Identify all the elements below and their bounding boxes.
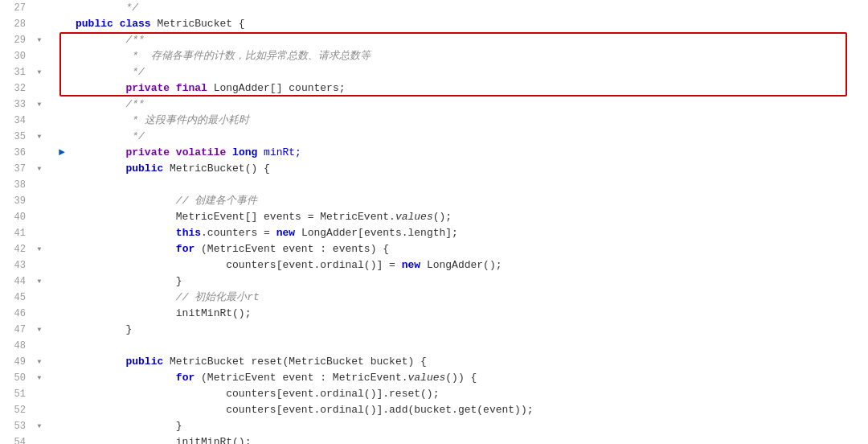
exec-indicator: ► bbox=[55, 145, 69, 161]
line-number: 31 bbox=[0, 64, 34, 80]
code-line-43: 43 counters[event.ordinal()] = new LongA… bbox=[0, 257, 868, 273]
code-line-34: 34 * 这段事件内的最小耗时 bbox=[0, 113, 868, 129]
line-number: 35 bbox=[0, 129, 34, 145]
code-line-44: 44▼ } bbox=[0, 273, 868, 290]
code-line-33: 33▼ /** bbox=[0, 97, 868, 113]
code-text: } bbox=[69, 322, 868, 338]
fold-icon[interactable]: ▼ bbox=[34, 273, 45, 290]
line-number: 36 bbox=[0, 145, 34, 161]
fold-icon[interactable]: ▼ bbox=[34, 129, 45, 145]
code-line-48: 48 bbox=[0, 338, 868, 354]
fold-icon[interactable]: ▼ bbox=[34, 322, 45, 338]
code-line-36: 36► private volatile long minRt; bbox=[0, 145, 868, 161]
code-line-47: 47▼ } bbox=[0, 322, 868, 338]
line-number: 29 bbox=[0, 32, 34, 48]
line-number: 49 bbox=[0, 354, 34, 370]
code-text: */ bbox=[69, 129, 868, 145]
code-line-53: 53▼ } bbox=[0, 418, 868, 434]
line-number: 28 bbox=[0, 16, 34, 32]
line-number: 51 bbox=[0, 386, 34, 402]
line-number: 54 bbox=[0, 434, 34, 444]
code-text: initMinRt(); bbox=[69, 306, 868, 322]
code-line-49: 49▼ public MetricBucket reset(MetricBuck… bbox=[0, 354, 868, 370]
code-text: * 这段事件内的最小耗时 bbox=[69, 113, 868, 129]
code-line-50: 50▼ for (MetricEvent event : MetricEvent… bbox=[0, 370, 868, 386]
line-number: 46 bbox=[0, 306, 34, 322]
code-line-38: 38 bbox=[0, 177, 868, 193]
line-number: 27 bbox=[0, 0, 34, 16]
line-number: 50 bbox=[0, 370, 34, 386]
line-number: 32 bbox=[0, 80, 34, 97]
line-number: 42 bbox=[0, 241, 34, 257]
code-text: counters[event.ordinal()].reset(); bbox=[69, 386, 868, 402]
code-line-30: 30 * 存储各事件的计数，比如异常总数、请求总数等 bbox=[0, 48, 868, 64]
code-text: public MetricBucket reset(MetricBucket b… bbox=[69, 354, 868, 370]
line-number: 41 bbox=[0, 225, 34, 241]
line-number: 39 bbox=[0, 193, 34, 209]
code-text: } bbox=[69, 273, 868, 290]
code-text: */ bbox=[69, 0, 868, 16]
fold-icon[interactable]: ▼ bbox=[34, 32, 45, 48]
code-text: public class MetricBucket { bbox=[69, 16, 868, 32]
code-text: /** bbox=[69, 32, 868, 48]
line-number: 47 bbox=[0, 322, 34, 338]
code-line-54: 54 initMinRt(); bbox=[0, 434, 868, 444]
code-line-51: 51 counters[event.ordinal()].reset(); bbox=[0, 386, 868, 402]
code-line-42: 42▼ for (MetricEvent event : events) { bbox=[0, 241, 868, 257]
code-text: /** bbox=[69, 97, 868, 113]
line-number: 53 bbox=[0, 418, 34, 434]
code-text: for (MetricEvent event : events) { bbox=[69, 241, 868, 257]
code-line-31: 31▼ */ bbox=[0, 64, 868, 80]
line-number: 48 bbox=[0, 338, 34, 354]
code-line-52: 52 counters[event.ordinal()].add(bucket.… bbox=[0, 402, 868, 418]
code-text: // 初始化最小rt bbox=[69, 290, 868, 306]
code-text: this.counters = new LongAdder[events.len… bbox=[69, 225, 868, 241]
code-text: for (MetricEvent event : MetricEvent.val… bbox=[69, 370, 868, 386]
line-number: 52 bbox=[0, 402, 34, 418]
code-text: private final LongAdder[] counters; bbox=[69, 80, 868, 97]
line-number: 45 bbox=[0, 290, 34, 306]
line-number: 34 bbox=[0, 113, 34, 129]
fold-icon[interactable]: ▼ bbox=[34, 97, 45, 113]
code-line-29: 29▼ /** bbox=[0, 32, 868, 48]
code-text: * 存储各事件的计数，比如异常总数、请求总数等 bbox=[69, 48, 868, 64]
fold-icon[interactable]: ▼ bbox=[34, 64, 45, 80]
fold-icon[interactable]: ▼ bbox=[34, 354, 45, 370]
line-number: 30 bbox=[0, 48, 34, 64]
line-number: 43 bbox=[0, 257, 34, 273]
line-number: 37 bbox=[0, 161, 34, 177]
code-text: counters[event.ordinal()].add(bucket.get… bbox=[69, 402, 868, 418]
code-text: MetricEvent[] events = MetricEvent.value… bbox=[69, 209, 868, 225]
code-text: counters[event.ordinal()] = new LongAdde… bbox=[69, 257, 868, 273]
code-text: initMinRt(); bbox=[69, 434, 868, 444]
code-text: // 创建各个事件 bbox=[69, 193, 868, 209]
code-line-37: 37▼ public MetricBucket() { bbox=[0, 161, 868, 177]
code-text: public MetricBucket() { bbox=[69, 161, 868, 177]
code-line-46: 46 initMinRt(); bbox=[0, 306, 868, 322]
code-text: } bbox=[69, 418, 868, 434]
code-line-40: 40 MetricEvent[] events = MetricEvent.va… bbox=[0, 209, 868, 225]
fold-icon[interactable]: ▼ bbox=[34, 241, 45, 257]
code-line-39: 39 // 创建各个事件 bbox=[0, 193, 868, 209]
code-line-28: 28public class MetricBucket { bbox=[0, 16, 868, 32]
code-line-27: 27 */ bbox=[0, 0, 868, 16]
line-number: 38 bbox=[0, 177, 34, 193]
line-number: 40 bbox=[0, 209, 34, 225]
line-number: 33 bbox=[0, 97, 34, 113]
code-line-32: 32 private final LongAdder[] counters; bbox=[0, 80, 868, 97]
fold-icon[interactable]: ▼ bbox=[34, 418, 45, 434]
code-text: private volatile long minRt; bbox=[69, 145, 868, 161]
code-line-45: 45 // 初始化最小rt bbox=[0, 290, 868, 306]
code-line-41: 41 this.counters = new LongAdder[events.… bbox=[0, 225, 868, 241]
code-text: */ bbox=[69, 64, 868, 80]
fold-icon[interactable]: ▼ bbox=[34, 161, 45, 177]
code-line-35: 35▼ */ bbox=[0, 129, 868, 145]
fold-icon[interactable]: ▼ bbox=[34, 370, 45, 386]
line-number: 44 bbox=[0, 273, 34, 290]
code-editor: 27 */28public class MetricBucket {29▼ /*… bbox=[0, 0, 868, 444]
